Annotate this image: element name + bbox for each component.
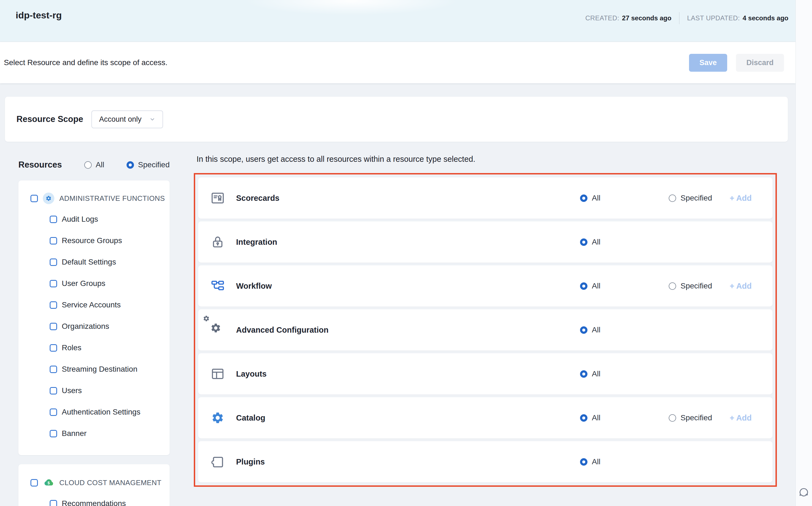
resources-specified-radio[interactable]: Specified (126, 160, 170, 169)
radio-icon[interactable] (580, 194, 588, 202)
checkbox[interactable] (50, 366, 57, 373)
workflow-icon (210, 278, 225, 293)
checkbox[interactable] (50, 500, 57, 506)
radio-icon[interactable] (580, 282, 588, 290)
sidebar-item-service-accounts[interactable]: Service Accounts (18, 294, 170, 316)
page-title: idp-test-rg (16, 10, 62, 21)
radio-icon[interactable] (669, 414, 676, 422)
group-cloud-cost: $ CLOUD COST MANAGEMENT (18, 473, 170, 493)
catalog-specified-radio[interactable]: Specified (669, 413, 712, 422)
row-label: Scorecards (236, 194, 280, 203)
radio-icon[interactable] (669, 194, 676, 202)
workflow-all-radio[interactable]: All (580, 281, 600, 290)
sidebar-item-resource-groups[interactable]: Resource Groups (18, 230, 170, 251)
resource-scope-card: Resource Scope Account only (5, 97, 788, 142)
row-label: Advanced Configuration (236, 326, 329, 335)
row-plugins: Plugins All (198, 441, 773, 482)
scorecards-add-link[interactable]: + Add (730, 194, 751, 203)
gear-blue-icon (210, 410, 225, 425)
row-layouts: Layouts All (198, 353, 773, 395)
checkbox[interactable] (50, 387, 57, 395)
radio-icon[interactable] (580, 414, 588, 422)
sidebar-item-banner[interactable]: Banner (18, 423, 170, 444)
checkbox[interactable] (50, 237, 57, 245)
catalog-all-radio[interactable]: All (580, 413, 600, 422)
last-updated-value: 4 seconds ago (742, 14, 788, 22)
radio-icon[interactable] (580, 458, 588, 466)
row-catalog: Catalog All Specified + Add (198, 397, 773, 438)
row-label: Integration (236, 238, 277, 247)
catalog-add-link[interactable]: + Add (730, 413, 751, 422)
radio-icon[interactable] (580, 238, 588, 246)
cloud-cost-checkbox[interactable] (30, 479, 38, 487)
group-admin-functions: ADMINISTRATIVE FUNCTIONS (18, 188, 170, 208)
radio-icon[interactable] (580, 370, 588, 378)
toolbar: Select Resource and define its scope of … (0, 42, 796, 83)
checkbox[interactable] (50, 216, 57, 223)
advanced-configuration-all-radio[interactable]: All (580, 326, 600, 334)
scorecards-all-radio[interactable]: All (580, 194, 600, 202)
gear-in-circle-icon (43, 192, 55, 204)
toolbar-actions: Save Discard (689, 54, 784, 72)
right-utility-rail (796, 0, 812, 506)
scorecard-icon (210, 191, 225, 205)
checkbox[interactable] (50, 280, 57, 287)
row-label: Workflow (236, 281, 272, 290)
sidebar-item-audit-logs[interactable]: Audit Logs (18, 208, 170, 230)
save-button[interactable]: Save (689, 54, 727, 72)
resources-header: Resources All Specified (18, 157, 170, 172)
cloud-cost-card: $ CLOUD COST MANAGEMENT Recommendations (18, 464, 170, 506)
checkbox[interactable] (50, 258, 57, 266)
radio-icon[interactable] (126, 161, 134, 169)
plugins-all-radio[interactable]: All (580, 457, 600, 466)
page-header: idp-test-rg CREATED: 27 seconds ago LAST… (0, 0, 796, 42)
created-label: CREATED: (585, 14, 619, 22)
sidebar-item-organizations[interactable]: Organizations (18, 316, 170, 337)
divider (679, 12, 680, 24)
resources-all-radio[interactable]: All (84, 160, 104, 169)
row-label: Layouts (236, 369, 267, 378)
row-label: Plugins (236, 457, 265, 467)
resources-title: Resources (18, 160, 62, 170)
resource-scope-dropdown[interactable]: Account only (91, 110, 163, 128)
row-advanced-configuration: Advanced Configuration All (198, 309, 773, 350)
resource-scope-value: Account only (99, 115, 142, 123)
workflow-add-link[interactable]: + Add (730, 281, 751, 290)
sidebar-item-streaming-destination[interactable]: Streaming Destination (18, 358, 170, 380)
plugin-icon (210, 454, 225, 469)
resource-group-page: idp-test-rg CREATED: 27 seconds ago LAST… (0, 0, 812, 506)
integration-all-radio[interactable]: All (580, 238, 600, 246)
sidebar-item-user-groups[interactable]: User Groups (18, 273, 170, 294)
layouts-all-radio[interactable]: All (580, 369, 600, 378)
scorecards-specified-radio[interactable]: Specified (669, 194, 712, 202)
sidebar-item-users[interactable]: Users (18, 380, 170, 401)
row-workflow: Workflow All Specified + Add (198, 265, 773, 307)
radio-icon[interactable] (669, 282, 676, 290)
radio-icon[interactable] (580, 326, 588, 334)
last-updated-label: LAST UPDATED: (687, 14, 740, 22)
checkbox[interactable] (50, 323, 57, 330)
created-value: 27 seconds ago (622, 14, 672, 22)
radio-icon[interactable] (84, 161, 92, 169)
sidebar-item-default-settings[interactable]: Default Settings (18, 251, 170, 273)
checkbox[interactable] (50, 409, 57, 416)
scope-note: In this scope, users get access to all r… (197, 155, 476, 164)
admin-functions-checkbox[interactable] (30, 195, 38, 202)
discard-button[interactable]: Discard (736, 54, 784, 72)
sidebar-item-roles[interactable]: Roles (18, 337, 170, 358)
chevron-down-icon (149, 116, 156, 123)
row-label: Catalog (236, 413, 265, 422)
workflow-specified-radio[interactable]: Specified (669, 281, 712, 290)
toolbar-description: Select Resource and define its scope of … (4, 58, 168, 67)
layout-icon (210, 366, 225, 381)
sidebar-item-authentication-settings[interactable]: Authentication Settings (18, 401, 170, 423)
lock-icon (210, 235, 225, 249)
checkbox[interactable] (50, 344, 57, 352)
row-scorecards: Scorecards All Specified + Add (198, 177, 773, 219)
checkbox[interactable] (50, 430, 57, 437)
sidebar-item-recommendations[interactable]: Recommendations (18, 493, 170, 506)
checkbox[interactable] (50, 301, 57, 309)
admin-functions-card: ADMINISTRATIVE FUNCTIONS Audit Logs Reso… (18, 180, 170, 455)
chat-support-icon[interactable] (798, 486, 810, 499)
cloud-dollar-icon: $ (43, 477, 55, 488)
